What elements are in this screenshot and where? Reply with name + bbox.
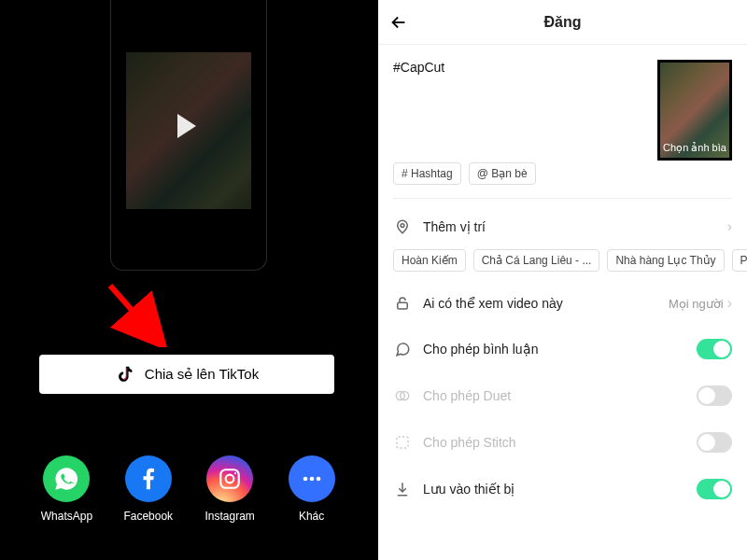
location-suggestions: Hoàn Kiếm Chả Cá Lang Liêu - ... Nhà hàn… [378,249,747,281]
comments-row: Cho phép bình luận [378,326,747,372]
chevron-right-icon: › [727,218,732,235]
duet-row: Cho phép Duet [378,372,747,419]
share-to-tiktok-button[interactable]: Chia sẻ lên TikTok [39,355,334,394]
share-targets-row: WhatsApp Facebook Instagram Khác [0,455,378,523]
share-target-label: Khác [299,510,324,523]
whatsapp-icon [43,455,90,502]
share-target-whatsapp[interactable]: WhatsApp [33,455,100,523]
location-chip[interactable]: Hoàn Kiếm [393,249,466,272]
duet-icon [393,386,412,405]
svg-point-3 [303,477,307,482]
privacy-label: Ai có thể xem video này [423,296,657,311]
stitch-toggle [697,432,732,453]
share-panel: Chia sẻ lên TikTok WhatsApp Facebook Ins… [0,0,378,560]
save-toggle[interactable] [697,479,732,499]
share-button-label: Chia sẻ lên TikTok [145,366,259,383]
location-chip[interactable]: Chả Cá Lang Liêu - ... [473,249,600,272]
share-target-instagram[interactable]: Instagram [196,455,263,523]
comment-icon [393,340,412,358]
share-target-more[interactable]: Khác [278,455,345,523]
stitch-label: Cho phép Stitch [423,435,685,450]
duet-label: Cho phép Duet [423,388,685,403]
svg-point-6 [401,224,404,228]
cover-label: Chọn ảnh bìa [663,142,726,154]
duet-toggle [697,385,732,406]
location-row[interactable]: Thêm vị trí › [378,204,747,249]
instagram-icon [206,455,253,502]
svg-rect-7 [398,302,408,309]
post-settings-panel: Đăng #CapCut Chọn ảnh bìa # Hashtag @ Bạ… [378,0,747,560]
share-target-facebook[interactable]: Facebook [115,455,182,523]
privacy-row[interactable]: Ai có thể xem video này Mọi người› [378,281,747,326]
location-icon [393,217,412,236]
page-title: Đăng [544,14,582,31]
save-row: Lưu vào thiết bị [378,466,747,512]
lock-icon [393,294,412,313]
caption-chips: # Hashtag @ Bạn bè [378,161,747,198]
location-chip[interactable]: Poke Hanoi [732,249,747,272]
svg-point-4 [309,477,314,482]
privacy-value: Mọi người› [669,295,732,312]
download-icon [393,480,412,498]
comments-label: Cho phép bình luận [423,342,685,357]
location-label: Thêm vị trí [423,219,716,234]
play-icon[interactable] [177,114,196,138]
svg-rect-10 [397,437,408,448]
caption-area: #CapCut Chọn ảnh bìa [378,45,747,161]
divider [393,198,732,199]
location-chip[interactable]: Nhà hàng Lục Thủy [607,249,724,272]
svg-rect-0 [220,469,239,488]
cover-picker[interactable]: Chọn ảnh bìa [657,60,732,161]
share-target-label: WhatsApp [41,510,92,523]
back-button[interactable] [388,11,410,34]
stitch-row: Cho phép Stitch [378,419,747,466]
caption-input[interactable]: #CapCut [393,60,646,161]
more-icon [289,455,335,502]
facebook-icon [125,455,172,502]
share-target-label: Facebook [123,510,173,523]
annotation-arrow [105,282,170,347]
svg-point-5 [316,477,320,482]
comments-toggle[interactable] [697,339,732,359]
header: Đăng [378,0,747,45]
chevron-right-icon: › [727,295,732,312]
share-target-label: Instagram [204,510,254,523]
stitch-icon [393,433,412,452]
svg-point-1 [226,475,234,483]
save-label: Lưu vào thiết bị [423,482,685,497]
friends-chip[interactable]: @ Bạn bè [469,162,536,185]
tiktok-icon [115,364,135,385]
svg-point-2 [234,472,236,474]
hashtag-chip[interactable]: # Hashtag [393,162,461,185]
